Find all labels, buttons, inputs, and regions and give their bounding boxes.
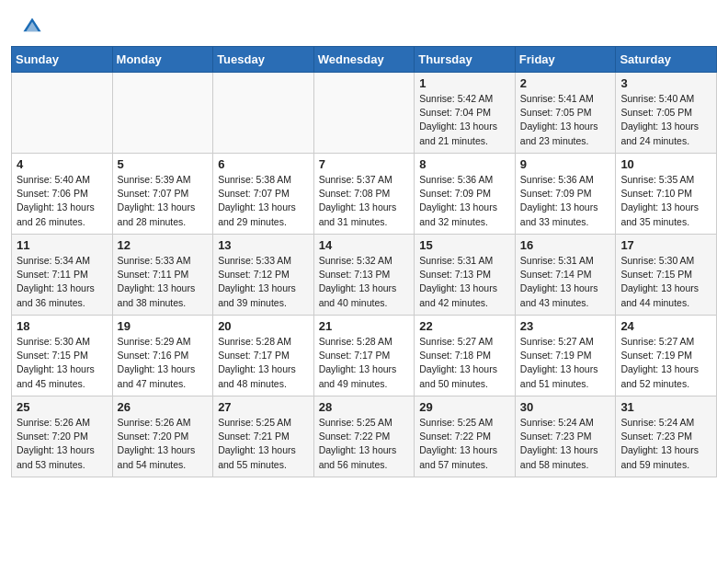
day-info: Sunrise: 5:33 AM Sunset: 7:11 PM Dayligh…: [118, 254, 209, 310]
calendar-cell: 16Sunrise: 5:31 AM Sunset: 7:14 PM Dayli…: [515, 235, 616, 316]
calendar-week-1: 1Sunrise: 5:42 AM Sunset: 7:04 PM Daylig…: [12, 73, 717, 154]
day-info: Sunrise: 5:30 AM Sunset: 7:15 PM Dayligh…: [620, 254, 711, 310]
day-info: Sunrise: 5:25 AM Sunset: 7:22 PM Dayligh…: [419, 416, 510, 472]
day-info: Sunrise: 5:40 AM Sunset: 7:05 PM Dayligh…: [620, 92, 711, 148]
page-header: [0, 0, 728, 46]
day-number: 28: [319, 400, 410, 414]
day-info: Sunrise: 5:33 AM Sunset: 7:12 PM Dayligh…: [218, 254, 309, 310]
day-info: Sunrise: 5:28 AM Sunset: 7:17 PM Dayligh…: [218, 335, 309, 391]
day-number: 4: [17, 157, 108, 171]
day-number: 30: [520, 400, 611, 414]
calendar-cell: 21Sunrise: 5:28 AM Sunset: 7:17 PM Dayli…: [313, 316, 415, 396]
weekday-header-tuesday: Tuesday: [213, 47, 314, 73]
calendar-cell: 29Sunrise: 5:25 AM Sunset: 7:22 PM Dayli…: [415, 396, 516, 477]
calendar-cell: 31Sunrise: 5:24 AM Sunset: 7:23 PM Dayli…: [616, 396, 717, 477]
weekday-header-monday: Monday: [112, 47, 213, 73]
calendar-cell: 23Sunrise: 5:27 AM Sunset: 7:19 PM Dayli…: [515, 316, 616, 396]
day-number: 27: [218, 400, 309, 414]
calendar-cell: 12Sunrise: 5:33 AM Sunset: 7:11 PM Dayli…: [112, 235, 213, 316]
calendar-cell: [112, 73, 213, 154]
calendar-cell: 25Sunrise: 5:26 AM Sunset: 7:20 PM Dayli…: [12, 396, 113, 477]
calendar-cell: 22Sunrise: 5:27 AM Sunset: 7:18 PM Dayli…: [415, 316, 516, 396]
calendar-week-5: 25Sunrise: 5:26 AM Sunset: 7:20 PM Dayli…: [12, 396, 717, 477]
day-info: Sunrise: 5:27 AM Sunset: 7:19 PM Dayligh…: [520, 335, 611, 391]
day-number: 25: [17, 400, 108, 414]
day-number: 24: [620, 319, 711, 333]
day-info: Sunrise: 5:38 AM Sunset: 7:07 PM Dayligh…: [218, 173, 309, 229]
day-number: 12: [118, 238, 209, 252]
day-number: 26: [118, 400, 209, 414]
weekday-header-friday: Friday: [515, 47, 616, 73]
weekday-row: SundayMondayTuesdayWednesdayThursdayFrid…: [12, 47, 717, 73]
day-number: 18: [17, 319, 108, 333]
calendar-cell: 15Sunrise: 5:31 AM Sunset: 7:13 PM Dayli…: [415, 235, 516, 316]
calendar-cell: 2Sunrise: 5:41 AM Sunset: 7:05 PM Daylig…: [515, 73, 616, 154]
day-number: 23: [520, 319, 611, 333]
day-number: 21: [319, 319, 410, 333]
calendar-cell: [313, 73, 415, 154]
day-info: Sunrise: 5:34 AM Sunset: 7:11 PM Dayligh…: [17, 254, 108, 310]
calendar-cell: 24Sunrise: 5:27 AM Sunset: 7:19 PM Dayli…: [616, 316, 717, 396]
day-info: Sunrise: 5:28 AM Sunset: 7:17 PM Dayligh…: [319, 335, 410, 391]
calendar-cell: 26Sunrise: 5:26 AM Sunset: 7:20 PM Dayli…: [112, 396, 213, 477]
calendar-cell: 17Sunrise: 5:30 AM Sunset: 7:15 PM Dayli…: [616, 235, 717, 316]
day-info: Sunrise: 5:36 AM Sunset: 7:09 PM Dayligh…: [419, 173, 510, 229]
weekday-header-saturday: Saturday: [616, 47, 717, 73]
calendar-cell: 30Sunrise: 5:24 AM Sunset: 7:23 PM Dayli…: [515, 396, 616, 477]
day-info: Sunrise: 5:30 AM Sunset: 7:15 PM Dayligh…: [17, 335, 108, 391]
day-number: 5: [118, 157, 209, 171]
day-number: 1: [419, 76, 510, 90]
day-info: Sunrise: 5:37 AM Sunset: 7:08 PM Dayligh…: [319, 173, 410, 229]
day-info: Sunrise: 5:26 AM Sunset: 7:20 PM Dayligh…: [17, 416, 108, 472]
calendar-cell: 11Sunrise: 5:34 AM Sunset: 7:11 PM Dayli…: [12, 235, 113, 316]
day-number: 17: [620, 238, 711, 252]
logo: [22, 17, 46, 37]
day-info: Sunrise: 5:35 AM Sunset: 7:10 PM Dayligh…: [620, 173, 711, 229]
day-number: 20: [218, 319, 309, 333]
calendar-wrapper: SundayMondayTuesdayWednesdayThursdayFrid…: [0, 46, 728, 488]
calendar-cell: 18Sunrise: 5:30 AM Sunset: 7:15 PM Dayli…: [12, 316, 113, 396]
day-number: 15: [419, 238, 510, 252]
day-info: Sunrise: 5:27 AM Sunset: 7:18 PM Dayligh…: [419, 335, 510, 391]
day-number: 31: [620, 400, 711, 414]
day-number: 16: [520, 238, 611, 252]
calendar-cell: 14Sunrise: 5:32 AM Sunset: 7:13 PM Dayli…: [313, 235, 415, 316]
day-info: Sunrise: 5:26 AM Sunset: 7:20 PM Dayligh…: [118, 416, 209, 472]
day-info: Sunrise: 5:39 AM Sunset: 7:07 PM Dayligh…: [118, 173, 209, 229]
calendar-cell: 1Sunrise: 5:42 AM Sunset: 7:04 PM Daylig…: [415, 73, 516, 154]
calendar-cell: 3Sunrise: 5:40 AM Sunset: 7:05 PM Daylig…: [616, 73, 717, 154]
day-number: 3: [620, 76, 711, 90]
day-number: 6: [218, 157, 309, 171]
day-number: 7: [319, 157, 410, 171]
day-info: Sunrise: 5:27 AM Sunset: 7:19 PM Dayligh…: [620, 335, 711, 391]
day-info: Sunrise: 5:42 AM Sunset: 7:04 PM Dayligh…: [419, 92, 510, 148]
calendar-week-4: 18Sunrise: 5:30 AM Sunset: 7:15 PM Dayli…: [12, 316, 717, 396]
day-number: 11: [17, 238, 108, 252]
day-info: Sunrise: 5:32 AM Sunset: 7:13 PM Dayligh…: [319, 254, 410, 310]
day-number: 29: [419, 400, 510, 414]
calendar-table: SundayMondayTuesdayWednesdayThursdayFrid…: [11, 46, 717, 477]
day-info: Sunrise: 5:25 AM Sunset: 7:21 PM Dayligh…: [218, 416, 309, 472]
day-info: Sunrise: 5:24 AM Sunset: 7:23 PM Dayligh…: [520, 416, 611, 472]
logo-icon: [22, 17, 42, 37]
calendar-cell: 9Sunrise: 5:36 AM Sunset: 7:09 PM Daylig…: [515, 154, 616, 235]
day-number: 10: [620, 157, 711, 171]
calendar-cell: [213, 73, 314, 154]
calendar-cell: 28Sunrise: 5:25 AM Sunset: 7:22 PM Dayli…: [313, 396, 415, 477]
day-number: 14: [319, 238, 410, 252]
calendar-cell: 19Sunrise: 5:29 AM Sunset: 7:16 PM Dayli…: [112, 316, 213, 396]
day-info: Sunrise: 5:31 AM Sunset: 7:14 PM Dayligh…: [520, 254, 611, 310]
day-number: 22: [419, 319, 510, 333]
calendar-week-2: 4Sunrise: 5:40 AM Sunset: 7:06 PM Daylig…: [12, 154, 717, 235]
day-number: 8: [419, 157, 510, 171]
day-number: 13: [218, 238, 309, 252]
day-number: 19: [118, 319, 209, 333]
calendar-cell: 8Sunrise: 5:36 AM Sunset: 7:09 PM Daylig…: [415, 154, 516, 235]
calendar-cell: 7Sunrise: 5:37 AM Sunset: 7:08 PM Daylig…: [313, 154, 415, 235]
day-info: Sunrise: 5:40 AM Sunset: 7:06 PM Dayligh…: [17, 173, 108, 229]
calendar-cell: 6Sunrise: 5:38 AM Sunset: 7:07 PM Daylig…: [213, 154, 314, 235]
calendar-cell: 4Sunrise: 5:40 AM Sunset: 7:06 PM Daylig…: [12, 154, 113, 235]
calendar-cell: 20Sunrise: 5:28 AM Sunset: 7:17 PM Dayli…: [213, 316, 314, 396]
day-info: Sunrise: 5:31 AM Sunset: 7:13 PM Dayligh…: [419, 254, 510, 310]
calendar-header: SundayMondayTuesdayWednesdayThursdayFrid…: [12, 47, 717, 73]
